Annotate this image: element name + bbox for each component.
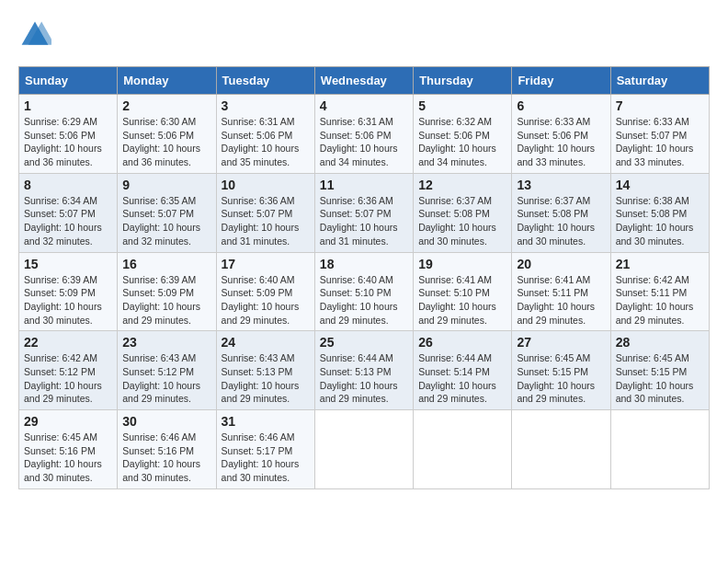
day-number: 14 <box>616 178 704 192</box>
calendar-day-cell: 13Sunrise: 6:37 AMSunset: 5:08 PMDayligh… <box>512 173 610 252</box>
day-number: 18 <box>320 257 408 271</box>
calendar-day-cell <box>414 410 512 489</box>
day-number: 27 <box>517 335 605 350</box>
day-number: 21 <box>616 257 704 271</box>
calendar-header-cell: Monday <box>118 67 216 95</box>
calendar-week-row: 1Sunrise: 6:29 AMSunset: 5:06 PMDaylight… <box>19 95 710 174</box>
day-number: 9 <box>122 178 210 192</box>
calendar-day-cell: 15Sunrise: 6:39 AMSunset: 5:09 PMDayligh… <box>19 252 118 331</box>
day-info: Sunrise: 6:36 AMSunset: 5:07 PMDaylight:… <box>222 194 310 248</box>
day-info: Sunrise: 6:33 AMSunset: 5:06 PMDaylight:… <box>517 115 605 169</box>
calendar-day-cell: 21Sunrise: 6:42 AMSunset: 5:11 PMDayligh… <box>610 252 709 331</box>
calendar-day-cell: 4Sunrise: 6:31 AMSunset: 5:06 PMDaylight… <box>314 95 413 174</box>
day-number: 26 <box>418 335 506 350</box>
calendar-day-cell: 30Sunrise: 6:46 AMSunset: 5:16 PMDayligh… <box>118 410 216 489</box>
calendar-day-cell: 25Sunrise: 6:44 AMSunset: 5:13 PMDayligh… <box>314 331 413 410</box>
calendar-day-cell: 3Sunrise: 6:31 AMSunset: 5:06 PMDaylight… <box>216 95 314 174</box>
calendar-day-cell: 6Sunrise: 6:33 AMSunset: 5:06 PMDaylight… <box>512 95 610 174</box>
day-info: Sunrise: 6:37 AMSunset: 5:08 PMDaylight:… <box>517 194 605 248</box>
calendar-day-cell <box>314 410 413 489</box>
calendar-day-cell: 26Sunrise: 6:44 AMSunset: 5:14 PMDayligh… <box>414 331 512 410</box>
day-number: 15 <box>24 257 112 271</box>
day-number: 23 <box>122 335 210 350</box>
day-number: 16 <box>122 257 210 271</box>
calendar-day-cell: 29Sunrise: 6:45 AMSunset: 5:16 PMDayligh… <box>19 410 118 489</box>
calendar-day-cell: 9Sunrise: 6:35 AMSunset: 5:07 PMDaylight… <box>118 173 216 252</box>
day-info: Sunrise: 6:37 AMSunset: 5:08 PMDaylight:… <box>418 194 506 248</box>
day-number: 28 <box>616 335 704 350</box>
calendar-header-row: SundayMondayTuesdayWednesdayThursdayFrid… <box>19 67 710 95</box>
day-info: Sunrise: 6:33 AMSunset: 5:07 PMDaylight:… <box>616 115 704 169</box>
calendar-day-cell: 2Sunrise: 6:30 AMSunset: 5:06 PMDaylight… <box>118 95 216 174</box>
calendar-week-row: 15Sunrise: 6:39 AMSunset: 5:09 PMDayligh… <box>19 252 710 331</box>
day-info: Sunrise: 6:31 AMSunset: 5:06 PMDaylight:… <box>222 115 310 169</box>
calendar-week-row: 8Sunrise: 6:34 AMSunset: 5:07 PMDaylight… <box>19 173 710 252</box>
day-info: Sunrise: 6:38 AMSunset: 5:08 PMDaylight:… <box>616 194 704 248</box>
day-number: 20 <box>517 257 605 271</box>
day-number: 10 <box>222 178 310 192</box>
calendar-day-cell: 7Sunrise: 6:33 AMSunset: 5:07 PMDaylight… <box>610 95 709 174</box>
day-info: Sunrise: 6:46 AMSunset: 5:17 PMDaylight:… <box>222 431 310 485</box>
day-number: 6 <box>517 98 605 113</box>
day-number: 17 <box>222 257 310 271</box>
calendar-day-cell: 24Sunrise: 6:43 AMSunset: 5:13 PMDayligh… <box>216 331 314 410</box>
day-info: Sunrise: 6:29 AMSunset: 5:06 PMDaylight:… <box>24 115 112 169</box>
day-info: Sunrise: 6:44 AMSunset: 5:14 PMDaylight:… <box>418 351 506 406</box>
day-info: Sunrise: 6:40 AMSunset: 5:10 PMDaylight:… <box>320 273 408 327</box>
calendar-header-cell: Tuesday <box>216 67 314 95</box>
day-info: Sunrise: 6:34 AMSunset: 5:07 PMDaylight:… <box>24 194 112 248</box>
day-info: Sunrise: 6:45 AMSunset: 5:15 PMDaylight:… <box>517 351 605 406</box>
day-info: Sunrise: 6:41 AMSunset: 5:10 PMDaylight:… <box>418 273 506 327</box>
day-info: Sunrise: 6:31 AMSunset: 5:06 PMDaylight:… <box>320 115 408 169</box>
day-info: Sunrise: 6:32 AMSunset: 5:06 PMDaylight:… <box>418 115 506 169</box>
calendar-header-cell: Saturday <box>610 67 709 95</box>
day-info: Sunrise: 6:45 AMSunset: 5:15 PMDaylight:… <box>616 351 704 406</box>
calendar-day-cell: 18Sunrise: 6:40 AMSunset: 5:10 PMDayligh… <box>314 252 413 331</box>
calendar-table: SundayMondayTuesdayWednesdayThursdayFrid… <box>18 66 710 489</box>
day-info: Sunrise: 6:39 AMSunset: 5:09 PMDaylight:… <box>122 273 210 327</box>
day-info: Sunrise: 6:43 AMSunset: 5:12 PMDaylight:… <box>122 351 210 406</box>
calendar-day-cell: 14Sunrise: 6:38 AMSunset: 5:08 PMDayligh… <box>610 173 709 252</box>
calendar-header-cell: Wednesday <box>314 67 413 95</box>
calendar-body: 1Sunrise: 6:29 AMSunset: 5:06 PMDaylight… <box>19 95 710 489</box>
calendar-week-row: 22Sunrise: 6:42 AMSunset: 5:12 PMDayligh… <box>19 331 710 410</box>
day-number: 11 <box>320 178 408 192</box>
calendar-header-cell: Sunday <box>19 67 118 95</box>
day-info: Sunrise: 6:36 AMSunset: 5:07 PMDaylight:… <box>320 194 408 248</box>
day-info: Sunrise: 6:30 AMSunset: 5:06 PMDaylight:… <box>122 115 210 169</box>
calendar-day-cell: 20Sunrise: 6:41 AMSunset: 5:11 PMDayligh… <box>512 252 610 331</box>
calendar-day-cell: 31Sunrise: 6:46 AMSunset: 5:17 PMDayligh… <box>216 410 314 489</box>
calendar-day-cell: 5Sunrise: 6:32 AMSunset: 5:06 PMDaylight… <box>414 95 512 174</box>
page-header <box>18 18 710 52</box>
logo-icon <box>18 18 51 52</box>
day-number: 2 <box>122 98 210 113</box>
logo <box>18 18 55 52</box>
day-number: 29 <box>24 414 112 429</box>
day-number: 12 <box>418 178 506 192</box>
calendar-day-cell: 12Sunrise: 6:37 AMSunset: 5:08 PMDayligh… <box>414 173 512 252</box>
day-number: 25 <box>320 335 408 350</box>
calendar-header-cell: Thursday <box>414 67 512 95</box>
day-info: Sunrise: 6:41 AMSunset: 5:11 PMDaylight:… <box>517 273 605 327</box>
day-number: 13 <box>517 178 605 192</box>
calendar-day-cell: 8Sunrise: 6:34 AMSunset: 5:07 PMDaylight… <box>19 173 118 252</box>
day-number: 19 <box>418 257 506 271</box>
day-number: 22 <box>24 335 112 350</box>
calendar-day-cell: 28Sunrise: 6:45 AMSunset: 5:15 PMDayligh… <box>610 331 709 410</box>
day-info: Sunrise: 6:45 AMSunset: 5:16 PMDaylight:… <box>24 431 112 485</box>
day-number: 24 <box>222 335 310 350</box>
day-number: 4 <box>320 98 408 113</box>
calendar-day-cell: 10Sunrise: 6:36 AMSunset: 5:07 PMDayligh… <box>216 173 314 252</box>
day-number: 31 <box>222 414 310 429</box>
calendar-day-cell <box>610 410 709 489</box>
calendar-day-cell: 16Sunrise: 6:39 AMSunset: 5:09 PMDayligh… <box>118 252 216 331</box>
day-number: 1 <box>24 98 112 113</box>
day-info: Sunrise: 6:35 AMSunset: 5:07 PMDaylight:… <box>122 194 210 248</box>
day-info: Sunrise: 6:42 AMSunset: 5:11 PMDaylight:… <box>616 273 704 327</box>
day-number: 7 <box>616 98 704 113</box>
calendar-day-cell: 19Sunrise: 6:41 AMSunset: 5:10 PMDayligh… <box>414 252 512 331</box>
day-number: 3 <box>222 98 310 113</box>
day-number: 8 <box>24 178 112 192</box>
day-info: Sunrise: 6:42 AMSunset: 5:12 PMDaylight:… <box>24 351 112 406</box>
calendar-day-cell: 11Sunrise: 6:36 AMSunset: 5:07 PMDayligh… <box>314 173 413 252</box>
